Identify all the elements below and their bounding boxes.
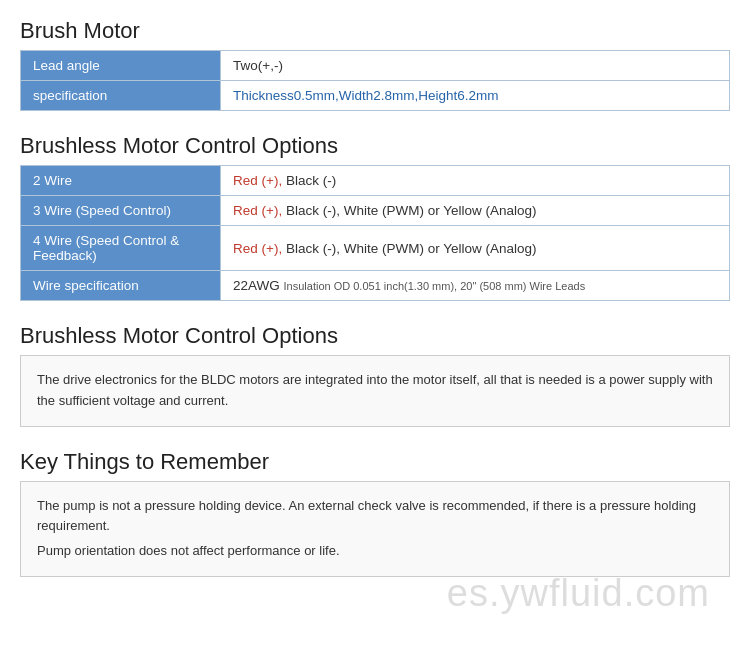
main-page: Brush Motor Lead angle Two(+,-) specific… <box>0 0 750 645</box>
black-text: Black (-) <box>286 173 336 188</box>
lead-angle-label: Lead angle <box>21 51 221 81</box>
table-row: Wire specification 22AWG Insulation OD 0… <box>21 271 730 301</box>
3wire-label: 3 Wire (Speed Control) <box>21 196 221 226</box>
specification-label: specification <box>21 81 221 111</box>
brushless-control-title: Brushless Motor Control Options <box>20 133 730 159</box>
4wire-value: Red (+), Black (-), White (PWM) or Yello… <box>221 226 730 271</box>
brushless-desc-text: The drive electronics for the BLDC motor… <box>37 370 713 412</box>
red-text: Red (+), <box>233 241 282 256</box>
brushless-desc-box: The drive electronics for the BLDC motor… <box>20 355 730 427</box>
watermark: es.ywfluid.com <box>447 572 710 615</box>
specification-value: Thickness0.5mm,Width2.8mm,Height6.2mm <box>221 81 730 111</box>
3wire-value: Red (+), Black (-), White (PWM) or Yello… <box>221 196 730 226</box>
key-things-line-2: Pump orientation does not affect perform… <box>37 541 713 562</box>
black-text: Black (-), <box>286 203 340 218</box>
wire-spec-detail: Insulation OD 0.051 inch(1.30 mm), 20" (… <box>284 280 586 292</box>
key-things-title: Key Things to Remember <box>20 449 730 475</box>
4wire-label: 4 Wire (Speed Control & Feedback) <box>21 226 221 271</box>
wire-spec-label: Wire specification <box>21 271 221 301</box>
red-text: Red (+), <box>233 203 282 218</box>
table-row: 3 Wire (Speed Control) Red (+), Black (-… <box>21 196 730 226</box>
black-text: Black (-), <box>286 241 340 256</box>
key-things-box: The pump is not a pressure holding devic… <box>20 481 730 577</box>
red-text: Red (+), <box>233 173 282 188</box>
2wire-label: 2 Wire <box>21 166 221 196</box>
white-text: White (PWM) or Yellow (Analog) <box>344 203 537 218</box>
lead-angle-value: Two(+,-) <box>221 51 730 81</box>
wire-spec-main: 22AWG <box>233 278 280 293</box>
brushless-control-table: 2 Wire Red (+), Black (-) 3 Wire (Speed … <box>20 165 730 301</box>
table-row: specification Thickness0.5mm,Width2.8mm,… <box>21 81 730 111</box>
table-row: 4 Wire (Speed Control & Feedback) Red (+… <box>21 226 730 271</box>
table-row: Lead angle Two(+,-) <box>21 51 730 81</box>
key-things-line-1: The pump is not a pressure holding devic… <box>37 496 713 538</box>
brushless-desc-title: Brushless Motor Control Options <box>20 323 730 349</box>
wire-spec-value: 22AWG Insulation OD 0.051 inch(1.30 mm),… <box>221 271 730 301</box>
table-row: 2 Wire Red (+), Black (-) <box>21 166 730 196</box>
brush-motor-title: Brush Motor <box>20 18 730 44</box>
2wire-value: Red (+), Black (-) <box>221 166 730 196</box>
brush-motor-table: Lead angle Two(+,-) specification Thickn… <box>20 50 730 111</box>
white-text: White (PWM) or Yellow (Analog) <box>344 241 537 256</box>
